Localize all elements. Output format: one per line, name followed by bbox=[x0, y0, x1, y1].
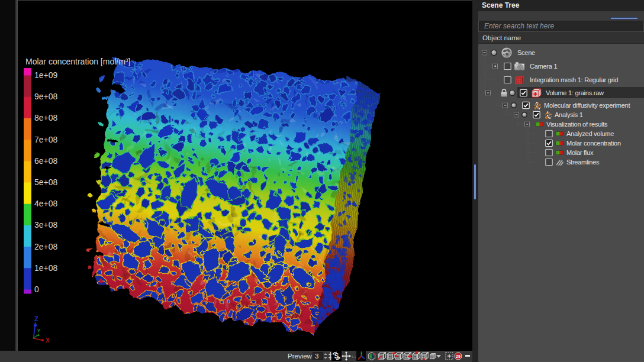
svg-text:X: X bbox=[46, 337, 50, 344]
svg-text:3e+08: 3e+08 bbox=[34, 220, 58, 230]
svg-text:6e+08: 6e+08 bbox=[34, 156, 58, 166]
svg-text:7e+08: 7e+08 bbox=[34, 135, 58, 144]
svg-text:2e+08: 2e+08 bbox=[34, 242, 58, 251]
svg-text:5e+08: 5e+08 bbox=[34, 177, 58, 187]
svg-text:8e+08: 8e+08 bbox=[34, 113, 58, 122]
svg-text:4e+08: 4e+08 bbox=[34, 199, 58, 208]
svg-text:0: 0 bbox=[34, 285, 39, 294]
svg-text:9e+08: 9e+08 bbox=[34, 92, 58, 101]
svg-text:S: S bbox=[334, 352, 339, 360]
svg-text:Y: Y bbox=[37, 328, 41, 334]
svg-text:29: 29 bbox=[456, 354, 461, 358]
svg-text:Molar concentration [mol/m³]: Molar concentration [mol/m³] bbox=[25, 57, 130, 66]
svg-text:Z: Z bbox=[34, 315, 38, 322]
svg-text:1e+09: 1e+09 bbox=[34, 70, 58, 80]
svg-text:1e+08: 1e+08 bbox=[34, 263, 58, 273]
